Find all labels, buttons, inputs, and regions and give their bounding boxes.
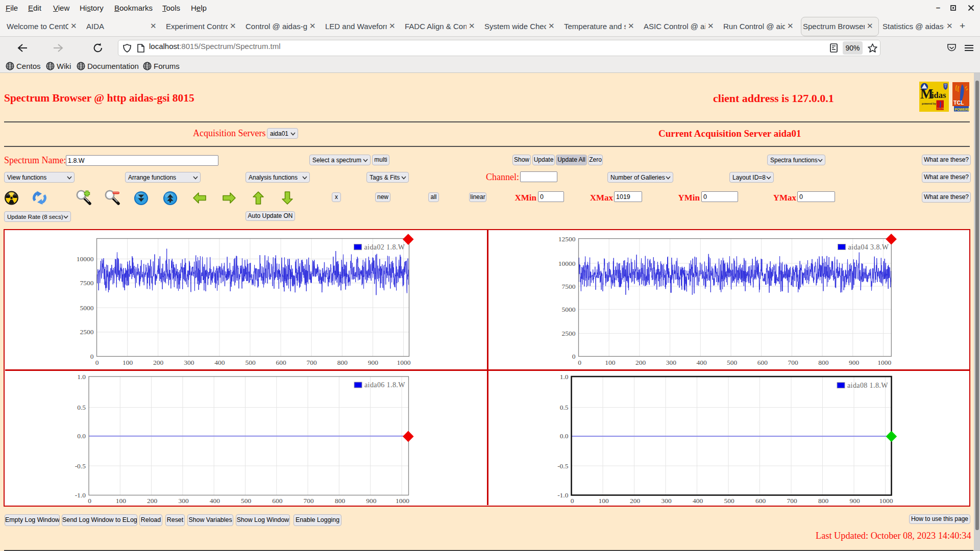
svg-text:-0.5: -0.5 <box>75 462 86 469</box>
svg-text:600: 600 <box>276 359 286 366</box>
svg-text:100: 100 <box>122 359 133 366</box>
svg-text:powered by: powered by <box>922 102 936 105</box>
svg-text:900: 900 <box>849 496 860 504</box>
svg-text:2500: 2500 <box>561 330 575 337</box>
svg-text:700: 700 <box>788 359 798 366</box>
svg-text:aida08 1.8.W: aida08 1.8.W <box>847 381 888 389</box>
svg-text:12500: 12500 <box>558 235 575 243</box>
svg-text:1000: 1000 <box>397 359 410 366</box>
svg-text:900: 900 <box>368 359 378 366</box>
svg-text:300: 300 <box>661 496 672 504</box>
svg-text:0: 0 <box>572 353 575 360</box>
svg-text:800: 800 <box>818 359 829 366</box>
svg-text:idas: idas <box>932 90 946 100</box>
svg-text:300: 300 <box>666 359 676 366</box>
svg-text:10000: 10000 <box>76 255 93 263</box>
svg-text:7500: 7500 <box>561 283 575 290</box>
svg-text:0.0: 0.0 <box>559 432 568 440</box>
svg-text:5000: 5000 <box>561 306 575 313</box>
svg-text:500: 500 <box>727 359 738 366</box>
svg-text:400: 400 <box>692 496 703 504</box>
svg-text:-0.5: -0.5 <box>557 462 569 469</box>
svg-text:700: 700 <box>787 496 797 504</box>
svg-text:1000: 1000 <box>879 496 893 504</box>
svg-text:1000: 1000 <box>877 359 891 366</box>
svg-text:200: 200 <box>635 359 646 366</box>
svg-text:0: 0 <box>90 353 93 360</box>
svg-text:0: 0 <box>95 359 99 366</box>
svg-text:600: 600 <box>272 496 283 504</box>
svg-text:2500: 2500 <box>80 328 93 336</box>
svg-text:900: 900 <box>366 496 377 504</box>
svg-text:TCL/TK: TCL/TK <box>937 107 944 110</box>
svg-text:800: 800 <box>334 496 345 504</box>
svg-text:700: 700 <box>306 359 317 366</box>
svg-text:1000: 1000 <box>396 496 409 504</box>
svg-text:700: 700 <box>303 496 314 504</box>
svg-text:200: 200 <box>629 496 640 504</box>
svg-text:aida02 1.8.W: aida02 1.8.W <box>364 243 405 251</box>
svg-text:0.5: 0.5 <box>559 404 568 411</box>
svg-text:5000: 5000 <box>80 304 93 312</box>
svg-text:1.0: 1.0 <box>559 372 568 380</box>
svg-text:500: 500 <box>724 496 734 504</box>
svg-text:100: 100 <box>115 496 126 504</box>
svg-text:aida06 1.8.W: aida06 1.8.W <box>364 381 405 389</box>
svg-text:100: 100 <box>598 496 609 504</box>
svg-text:7500: 7500 <box>80 279 93 287</box>
svg-text:10000: 10000 <box>558 260 575 267</box>
svg-text:500: 500 <box>245 359 256 366</box>
svg-text:500: 500 <box>240 496 251 504</box>
svg-text:-1.0: -1.0 <box>75 491 86 499</box>
svg-text:600: 600 <box>755 496 766 504</box>
svg-text:TCL: TCL <box>953 99 964 106</box>
svg-text:900: 900 <box>848 359 859 366</box>
svg-text:400: 400 <box>696 359 707 366</box>
svg-text:200: 200 <box>147 496 158 504</box>
svg-text:400: 400 <box>214 359 225 366</box>
svg-text:300: 300 <box>184 359 194 366</box>
svg-text:0: 0 <box>88 496 91 504</box>
svg-text:600: 600 <box>757 359 768 366</box>
svg-text:aida04 3.8.W: aida04 3.8.W <box>848 243 889 251</box>
svg-text:1.0: 1.0 <box>77 372 86 380</box>
svg-text:-1.0: -1.0 <box>557 491 569 499</box>
svg-text:200: 200 <box>153 359 164 366</box>
svg-text:400: 400 <box>209 496 220 504</box>
svg-text:800: 800 <box>818 496 828 504</box>
svg-text:300: 300 <box>178 496 189 504</box>
svg-text:800: 800 <box>337 359 348 366</box>
svg-text:POWERED: POWERED <box>955 108 970 111</box>
svg-text:0: 0 <box>570 496 574 504</box>
svg-text:0.0: 0.0 <box>77 432 86 440</box>
svg-text:0.5: 0.5 <box>77 404 86 411</box>
svg-text:0: 0 <box>578 359 581 366</box>
svg-text:100: 100 <box>605 359 616 366</box>
